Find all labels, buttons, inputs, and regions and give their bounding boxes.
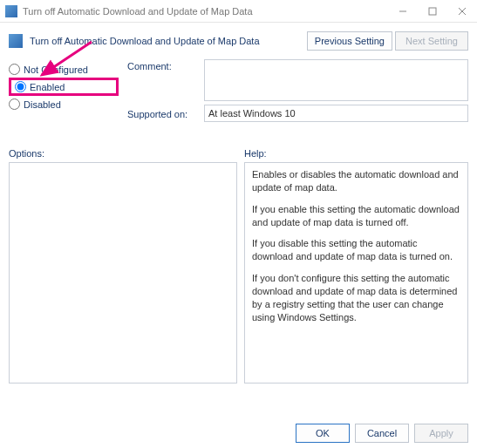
next-setting-button: Next Setting xyxy=(395,31,468,51)
help-label: Help: xyxy=(244,148,468,159)
radio-disabled-label: Disabled xyxy=(24,99,61,110)
help-box: Enables or disables the automatic downlo… xyxy=(244,162,468,384)
section-labels: Options: Help: xyxy=(0,131,477,162)
header-left: Turn off Automatic Download and Update o… xyxy=(9,34,260,48)
radio-not-configured-label: Not Configured xyxy=(24,64,88,75)
supported-value-text: At least Windows 10 xyxy=(208,108,296,119)
supported-row: Supported on: At least Windows 10 xyxy=(127,105,468,122)
state-radios: Not Configured Enabled Disabled xyxy=(9,59,119,122)
options-box xyxy=(9,162,237,384)
policy-title: Turn off Automatic Download and Update o… xyxy=(30,36,260,46)
help-paragraph: Enables or disables the automatic downlo… xyxy=(252,168,460,194)
radio-enabled[interactable]: Enabled xyxy=(15,81,65,92)
apply-button: Apply xyxy=(414,424,468,443)
supported-label: Supported on: xyxy=(127,107,197,119)
fields-column: Comment: Supported on: At least Windows … xyxy=(127,59,468,122)
radio-enabled-label: Enabled xyxy=(30,82,65,92)
comment-label: Comment: xyxy=(127,59,197,71)
window-title: Turn off Automatic Download and Update o… xyxy=(23,6,253,17)
ok-button[interactable]: OK xyxy=(296,424,350,443)
title-bar: Turn off Automatic Download and Update o… xyxy=(0,0,477,23)
maximize-button[interactable] xyxy=(418,0,447,23)
app-icon xyxy=(5,5,17,17)
minimize-button[interactable] xyxy=(388,0,418,23)
radio-not-configured[interactable]: Not Configured xyxy=(9,64,119,75)
options-label: Options: xyxy=(9,148,244,159)
comment-input[interactable] xyxy=(204,59,468,101)
previous-setting-button[interactable]: Previous Setting xyxy=(307,31,392,51)
radio-enabled-input[interactable] xyxy=(15,81,26,92)
header-nav: Previous Setting Next Setting xyxy=(307,31,468,51)
config-area: Not Configured Enabled Disabled Comment:… xyxy=(0,54,477,131)
close-button[interactable] xyxy=(447,0,477,23)
help-paragraph: If you don't configure this setting the … xyxy=(252,272,460,323)
help-paragraph: If you disable this setting the automati… xyxy=(252,237,460,263)
window-buttons xyxy=(388,0,477,23)
enabled-highlight: Enabled xyxy=(9,78,119,96)
dialog-footer: OK Cancel Apply xyxy=(296,424,468,443)
help-paragraph: If you enable this setting the automatic… xyxy=(252,203,460,229)
content-boxes: Enables or disables the automatic downlo… xyxy=(0,162,477,384)
policy-icon xyxy=(9,34,23,48)
header: Turn off Automatic Download and Update o… xyxy=(0,23,477,54)
cancel-button[interactable]: Cancel xyxy=(355,424,409,443)
svg-rect-1 xyxy=(429,8,436,15)
radio-not-configured-input[interactable] xyxy=(9,64,20,75)
supported-value: At least Windows 10 xyxy=(204,105,468,122)
radio-disabled-input[interactable] xyxy=(9,98,20,110)
radio-disabled[interactable]: Disabled xyxy=(9,98,119,110)
comment-row: Comment: xyxy=(127,59,468,101)
